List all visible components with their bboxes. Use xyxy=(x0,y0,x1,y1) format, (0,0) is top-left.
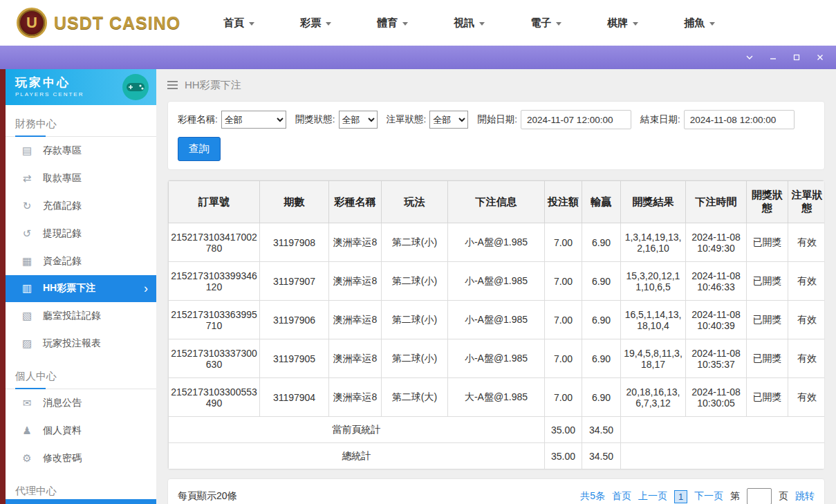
start-date-input[interactable] xyxy=(521,110,631,129)
main-nav: 首頁 彩票 體育 視訊 電子 棋牌 捕魚 xyxy=(223,17,715,30)
filter-panel: 彩種名稱: 全部 開獎狀態: 全部 注單狀態: 全部 開始日期: 結束日期: xyxy=(167,101,825,170)
query-button[interactable]: 查詢 xyxy=(178,137,221,161)
table-cell: 2024-11-08 10:46:33 xyxy=(686,262,747,301)
table-cell: 19,4,5,8,11,3,18,17 xyxy=(621,339,686,378)
left-background-strip xyxy=(0,69,6,504)
table-cell: 第二球(小) xyxy=(382,339,448,378)
start-date-label: 開始日期: xyxy=(477,113,517,126)
funds-record-icon: ▦ xyxy=(21,255,33,268)
order-status-label: 注單狀態: xyxy=(387,113,427,126)
table-cell: 2024-11-08 10:49:30 xyxy=(686,223,747,262)
nav-item-label: 體育 xyxy=(377,17,398,30)
nav-item-label: 彩票 xyxy=(300,17,321,30)
table-summary: 當前頁統計 35.00 34.50 總統計 35.00 34.50 xyxy=(169,417,826,469)
sidebar-item-withdrawal-record[interactable]: ↺提現記錄 xyxy=(6,220,156,248)
chevron-down-icon xyxy=(556,22,561,26)
nav-item-slots[interactable]: 電子 xyxy=(530,17,561,30)
col-period: 期數 xyxy=(260,181,329,223)
nav-item-lottery[interactable]: 彩票 xyxy=(300,17,331,30)
grand-summary-row: 總統計 35.00 34.50 xyxy=(169,443,826,469)
nav-item-home[interactable]: 首頁 xyxy=(223,17,254,30)
jump-suffix-label: 页 xyxy=(779,490,788,503)
player-center-header: 玩家中心 PLAYERS CENTER xyxy=(6,69,156,105)
sidebar-item-recharge-record[interactable]: ↻充值記錄 xyxy=(6,192,156,220)
bets-table: 訂單號 期數 彩種名稱 玩法 下注信息 投注額 輸贏 開獎結果 下注時間 開獎狀… xyxy=(168,180,825,469)
jump-prefix-label: 第 xyxy=(730,490,740,503)
collapse-icon[interactable] xyxy=(745,53,754,62)
page-jump-input[interactable] xyxy=(747,488,772,504)
close-icon[interactable] xyxy=(815,53,825,62)
table-cell: 澳洲幸运8 xyxy=(329,378,382,417)
nav-item-sports[interactable]: 體育 xyxy=(377,17,408,30)
nav-item-label: 視訊 xyxy=(454,17,474,30)
table-row: 215217310333730063031197905澳洲幸运8第二球(小)小-… xyxy=(169,339,826,378)
nav-item-live[interactable]: 視訊 xyxy=(454,17,485,30)
next-page-link[interactable]: 下一页 xyxy=(694,490,723,503)
table-cell: 小-A盤@1.985 xyxy=(448,301,545,339)
table-cell: 20,18,16,13,6,7,3,12 xyxy=(621,378,686,417)
table-cell: 2152173103300553490 xyxy=(169,378,260,417)
table-cell: 小-A盤@1.985 xyxy=(448,223,545,262)
table-cell: 2152173103417002780 xyxy=(169,223,260,262)
lottery-name-label: 彩種名稱: xyxy=(178,113,218,126)
minimize-icon[interactable] xyxy=(768,53,778,62)
nav-item-fishing[interactable]: 捕魚 xyxy=(684,17,715,30)
filter-row: 彩種名稱: 全部 開獎狀態: 全部 注單狀態: 全部 開始日期: 結束日期: xyxy=(178,110,815,129)
lottery-bets-icon: ▥ xyxy=(21,282,33,295)
table-cell: 已開獎 xyxy=(747,378,788,417)
window-title-bar xyxy=(0,46,836,69)
sidebar-item-deposit[interactable]: ▤存款專區 xyxy=(6,137,156,165)
table-cell: 7.00 xyxy=(545,301,582,339)
current-page-button[interactable]: 1 xyxy=(674,490,687,503)
table-cell: 小-A盤@1.985 xyxy=(448,339,545,378)
table-cell: 已開獎 xyxy=(747,339,788,378)
sidebar-item-funds-record[interactable]: ▦資金記錄 xyxy=(6,248,156,275)
sidebar-item-hall-bet-record[interactable]: ▧廳室投註記錄 xyxy=(6,302,156,330)
table-cell: 7.00 xyxy=(545,378,582,417)
sidebar-item-player-bet-report[interactable]: ▨玩家投注報表 xyxy=(6,330,156,357)
sidebar-item-withdraw[interactable]: ⇄取款專區 xyxy=(6,165,156,192)
hall-bet-record-icon: ▧ xyxy=(21,310,33,322)
withdraw-icon: ⇄ xyxy=(21,172,33,185)
nav-item-cards[interactable]: 棋牌 xyxy=(607,17,638,30)
table-cell: 2024-11-08 10:40:39 xyxy=(686,301,747,339)
sidebar-item-profile[interactable]: ♟個人資料 xyxy=(6,417,156,445)
col-play-type: 玩法 xyxy=(382,181,448,223)
table-cell: 有效 xyxy=(788,378,826,417)
draw-status-select[interactable]: 全部 xyxy=(339,111,378,129)
page-summary-empty xyxy=(621,417,826,443)
top-navbar: U USDT CASINO 首頁 彩票 體育 視訊 電子 棋牌 捕魚 xyxy=(0,0,836,46)
sidebar-item-announcements[interactable]: ✉消息公告 xyxy=(6,389,156,417)
col-lottery-name: 彩種名稱 xyxy=(329,181,382,223)
table-cell: 澳洲幸运8 xyxy=(329,301,382,339)
section-finance-center: 財務中心 xyxy=(6,112,156,137)
maximize-icon[interactable] xyxy=(792,53,801,62)
table-cell: 有效 xyxy=(788,262,826,301)
sidebar-item-hh-lottery-bets[interactable]: ▥HH彩票下注› xyxy=(6,275,156,303)
sidebar-item-label: 資金記錄 xyxy=(43,255,82,268)
lottery-name-select[interactable]: 全部 xyxy=(221,111,286,129)
end-date-input[interactable] xyxy=(684,110,795,129)
table-cell: 第二球(大) xyxy=(382,378,448,417)
nav-item-label: 首頁 xyxy=(223,17,244,30)
jump-button[interactable]: 跳转 xyxy=(795,490,815,503)
first-page-link[interactable]: 首页 xyxy=(612,490,631,503)
nav-item-label: 電子 xyxy=(530,17,551,30)
breadcrumb: HH彩票下注 xyxy=(167,69,825,101)
announcement-icon: ✉ xyxy=(21,397,33,409)
menu-toggle-icon[interactable] xyxy=(167,79,178,91)
prev-page-link[interactable]: 上一页 xyxy=(638,490,667,503)
sidebar-cutoff-item[interactable] xyxy=(6,499,156,504)
table-cell: 第二球(小) xyxy=(382,262,448,301)
chevron-down-icon xyxy=(633,22,638,26)
sidebar-item-change-password[interactable]: ⚙修改密碼 xyxy=(6,445,156,472)
table-cell: 第二球(小) xyxy=(382,301,448,339)
col-draw-status: 開獎狀態 xyxy=(747,181,788,223)
sidebar-item-label: 提現記錄 xyxy=(43,227,82,240)
chevron-down-icon xyxy=(249,22,254,26)
table-cell: 6.90 xyxy=(582,339,621,378)
table-cell: 已開獎 xyxy=(747,262,788,301)
order-status-select[interactable]: 全部 xyxy=(429,111,468,129)
end-date-label: 結束日期: xyxy=(640,113,680,126)
pagination-bar: 每頁顯示20條 共5条 首页 上一页 1 下一页 第 页 跳转 xyxy=(167,478,825,504)
